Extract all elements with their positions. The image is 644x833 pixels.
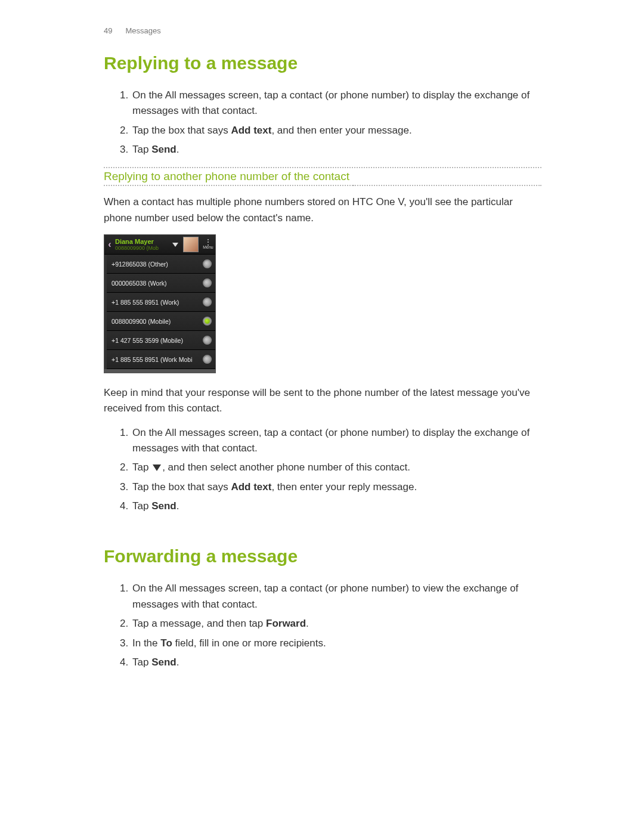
number-text: +1 427 555 3599 (Mobile) [112, 337, 183, 344]
step: Tap Send. [131, 498, 541, 514]
back-icon: ‹ [104, 235, 115, 254]
page-header: 49Messages [104, 26, 541, 35]
step: On the All messages screen, tap a contac… [131, 88, 541, 119]
step: Tap a message, and then tap Forward. [131, 616, 541, 631]
subheading: Replying to another phone number of the … [104, 168, 353, 186]
number-row: 0000065038 (Work) [107, 274, 215, 293]
heading-forwarding: Forwarding a message [104, 546, 541, 566]
page-number: 49 [104, 26, 112, 35]
step: In the To field, fill in one or more rec… [131, 636, 541, 651]
triangle-down-icon [153, 465, 161, 471]
number-row: 0088009900 (Mobile) [107, 312, 215, 331]
radio-icon-selected [203, 317, 212, 326]
step: Tap Send. [131, 142, 541, 157]
number-row: +1 885 555 8951 (Work) [107, 293, 215, 312]
number-text: +1 885 555 8951 (Work Mobi [112, 356, 193, 363]
number-text: 0000065038 (Work) [112, 280, 167, 287]
heading-replying: Replying to a message [104, 53, 541, 73]
number-text: 0088009900 (Mobile) [112, 318, 171, 325]
phone-footer [104, 369, 215, 373]
menu-label: Menu [201, 245, 215, 249]
subheading-block: Replying to another phone number of the … [104, 167, 541, 186]
page: 49Messages Replying to a message On the … [0, 0, 644, 833]
contact-name: Diana Mayer [115, 238, 170, 245]
menu-dots-icon: ⋮ [201, 240, 215, 244]
step: On the All messages screen, tap a contac… [131, 425, 541, 457]
paragraph: When a contact has multiple phone number… [104, 194, 541, 226]
paragraph: Keep in mind that your response will be … [104, 385, 541, 417]
number-row: +1 427 555 3599 (Mobile) [107, 331, 215, 350]
phone-header: ‹ Diana Mayer 0088009900 (Mob ⋮ Menu [104, 235, 215, 255]
menu-button: ⋮ Menu [201, 240, 215, 249]
radio-icon [203, 355, 212, 364]
steps-replying: On the All messages screen, tap a contac… [116, 88, 541, 157]
steps-forwarding: On the All messages screen, tap a contac… [116, 581, 541, 670]
number-row: +912865038 (Other) [107, 255, 215, 274]
contact-block: Diana Mayer 0088009900 (Mob [115, 237, 170, 252]
number-row: +1 885 555 8951 (Work Mobi [107, 350, 215, 369]
step: Tap the box that says Add text, then ent… [131, 479, 541, 495]
radio-icon [203, 298, 212, 306]
phone-screenshot: ‹ Diana Mayer 0088009900 (Mob ⋮ Menu +91… [104, 234, 216, 373]
radio-icon [203, 259, 212, 268]
avatar [183, 237, 199, 252]
step: Tap Send. [131, 655, 541, 670]
contact-subtext: 0088009900 (Mob [115, 245, 170, 251]
section-name: Messages [125, 26, 160, 35]
number-text: +1 885 555 8951 (Work) [112, 299, 179, 306]
radio-icon [203, 336, 212, 345]
number-text: +912865038 (Other) [112, 261, 168, 268]
phone-number-list: +912865038 (Other) 0000065038 (Work) +1 … [104, 255, 215, 369]
steps-replying-alt: On the All messages screen, tap a contac… [116, 425, 541, 515]
step: Tap the box that says Add text, and then… [131, 123, 541, 138]
step: On the All messages screen, tap a contac… [131, 581, 541, 612]
dropdown-icon [172, 243, 178, 247]
radio-icon [203, 278, 212, 287]
step: Tap , and then select another phone numb… [131, 460, 541, 475]
